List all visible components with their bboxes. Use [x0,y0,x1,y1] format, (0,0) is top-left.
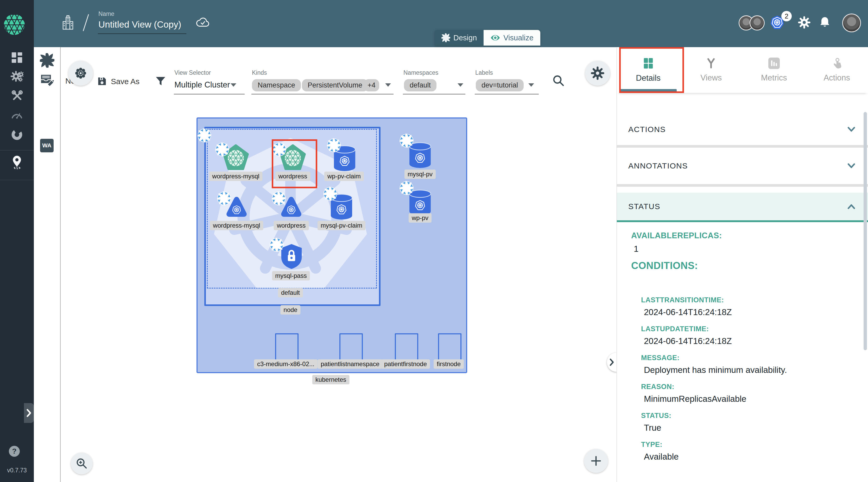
sync-badge-icon [272,191,286,206]
spiral-icon [40,53,54,68]
sync-badge-icon [217,191,231,206]
notification-bell-icon[interactable] [819,16,830,28]
plus-icon [590,455,602,466]
cluster-label[interactable]: kubernetes [312,375,349,384]
filter-funnel-icon[interactable] [156,76,165,87]
kanvas-spiral-button[interactable] [39,53,55,68]
node-label[interactable]: wordpress [274,221,309,230]
infra-node[interactable] [339,333,363,360]
visualization-settings-fab[interactable] [585,61,610,86]
node-label[interactable]: wordpress-mysql [210,221,263,230]
zoom-in-fab[interactable] [71,453,93,475]
user-avatar[interactable] [842,13,861,32]
kind-more-chip[interactable]: +4 [364,79,379,91]
location-pin-icon [11,155,23,169]
node-label[interactable]: wp-pv-claim [324,172,364,181]
dropdown-arrow-icon[interactable] [458,83,463,87]
sync-badge-icon [323,187,337,201]
type-value: Available [644,452,858,462]
view-selector-value[interactable]: Multiple Cluster [175,80,230,90]
conditions-key: CONDITIONS: [631,260,858,271]
design-mode-button[interactable]: Design [435,30,484,46]
meshsync-flower-icon [74,67,87,80]
dropdown-arrow-icon[interactable] [385,83,391,87]
view-name-input[interactable]: Untitled View (Copy) [98,19,181,30]
infra-node[interactable] [395,333,418,360]
eye-icon [490,33,500,43]
chevron-right-icon [609,358,615,367]
search-icon[interactable] [552,74,565,87]
node-label[interactable]: patientfirstnode [381,359,430,369]
tab-actions[interactable]: Actions [806,47,868,93]
sidebar-item-performance[interactable] [10,108,24,121]
visualization-canvas[interactable]: wordpress-mysql wordpress wp-pv-claim my… [60,47,616,482]
node-label[interactable]: wp-pv [409,213,432,223]
node-label[interactable]: mysql-pv [404,170,436,179]
tab-metrics-label: Metrics [761,73,787,83]
tools-icon [11,89,23,102]
meshsync-fab-button[interactable] [68,61,93,86]
kind-chip[interactable]: Namespace [252,79,301,91]
cloud-saved-icon[interactable] [196,16,210,28]
cluster-node-kubernetes[interactable]: wordpress-mysql wordpress wp-pv-claim my… [196,117,467,373]
label-chip[interactable]: dev=tutorial [476,79,524,91]
last-update-value: 2024-06-14T16:24:18Z [644,336,858,346]
status-key: STATUS: [641,412,858,420]
node-label[interactable]: mysql-pass [272,271,310,280]
visualize-mode-button[interactable]: Visualize [484,30,540,46]
dashboard-icon [11,52,23,64]
sidebar-item-extensions[interactable] [10,128,24,141]
namespace-label[interactable]: default [278,288,303,297]
last-update-key: LASTUPDATETIME: [641,325,858,333]
tab-metrics[interactable]: Metrics [743,47,806,93]
organization-icon[interactable] [62,14,74,30]
save-as-button[interactable]: Save As [111,77,140,86]
collaborator-avatar[interactable] [750,16,765,30]
drawer-edit-button[interactable] [39,72,55,87]
panel-scrollbar[interactable] [864,112,867,350]
breadcrumb-slash-icon [82,13,90,32]
accordion-status[interactable]: STATUS [617,193,868,222]
node-label[interactable]: mysql-pv-claim [317,221,365,230]
infra-node[interactable] [275,333,299,360]
node-label[interactable]: patientlistnamespace [317,359,382,369]
namespace-chip[interactable]: default [404,79,436,91]
meshery-logo-icon[interactable] [4,14,25,35]
node-label[interactable]: node [280,305,300,314]
tab-views[interactable]: Views [680,47,743,93]
wa-icon: WA [42,142,51,149]
sidebar-expand-button[interactable] [24,403,34,423]
kind-chip[interactable]: PersistentVolume [302,79,368,91]
accordion-actions[interactable]: ACTIONS [617,114,868,145]
sidebar-item-location[interactable] [10,156,24,169]
sidebar-item-lifecycle[interactable] [10,70,24,83]
sidebar-divider [0,150,34,151]
node-label[interactable]: firstnode [434,359,464,369]
version-label: v0.7.73 [0,467,34,474]
dropdown-arrow-icon[interactable] [230,83,236,87]
node-label[interactable]: c3-medium-x86-02... [254,359,317,369]
extensions-icon [10,128,24,141]
available-replicas-value: 1 [634,244,858,254]
kinds-label: Kinds [252,69,267,76]
chevron-up-icon [847,203,856,210]
infra-node[interactable] [438,333,461,360]
kinds-underline [251,94,394,94]
sidebar-item-configuration[interactable] [10,89,24,102]
zoom-in-icon [76,457,88,470]
panel-collapse-button[interactable] [607,353,617,372]
gear-icon [591,66,604,80]
help-button[interactable]: ? [9,446,20,457]
sidebar-item-dashboard[interactable] [10,51,24,64]
sync-badge-icon [400,181,413,195]
condition-item: LASTTRANSITIONTIME: 2024-06-14T16:24:18Z… [641,296,858,462]
last-transition-value: 2024-06-14T16:24:18Z [644,307,858,317]
node-label[interactable]: wordpress-mysql [209,172,262,181]
settings-gear-icon[interactable] [798,16,810,29]
canvas-tools-strip: WA [34,47,61,482]
wasm-filter-button[interactable]: WA [40,139,54,152]
sidebar-divider [0,180,34,180]
accordion-annotations[interactable]: ANNOTATIONS [617,148,868,184]
dropdown-arrow-icon[interactable] [528,83,534,87]
add-fab[interactable] [584,449,608,473]
